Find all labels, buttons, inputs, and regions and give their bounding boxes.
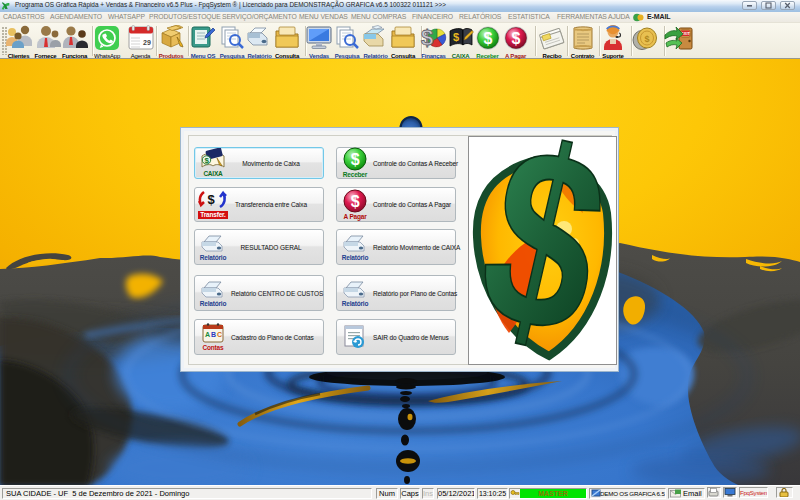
svg-text:$: $ xyxy=(511,30,520,47)
svg-text:$: $ xyxy=(469,137,616,364)
svg-text:$: $ xyxy=(351,151,360,168)
svg-text:$: $ xyxy=(207,192,215,207)
svg-text:A: A xyxy=(205,331,210,338)
svg-text:$: $ xyxy=(351,193,360,210)
svg-text:$: $ xyxy=(421,25,433,50)
svg-text:$: $ xyxy=(483,30,492,47)
svg-text:C: C xyxy=(217,331,222,338)
svg-text:$: $ xyxy=(644,34,649,44)
svg-text:$: $ xyxy=(452,31,458,43)
svg-text:29: 29 xyxy=(143,39,151,46)
svg-text:B: B xyxy=(211,331,216,338)
